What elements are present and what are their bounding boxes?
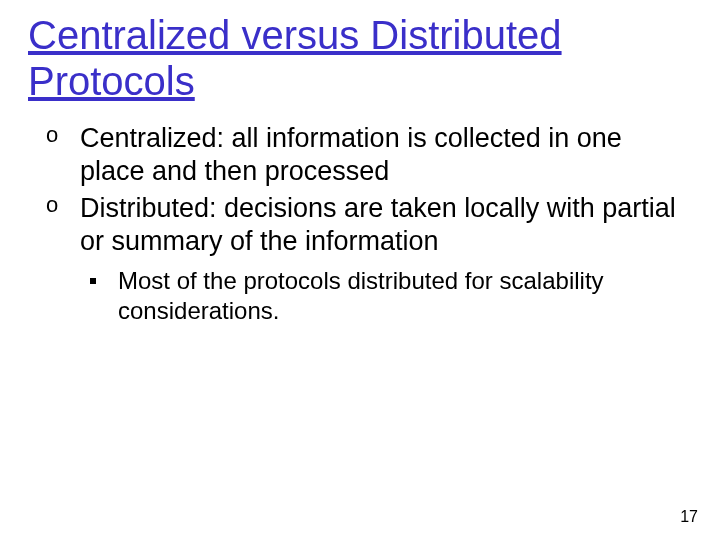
slide-title: Centralized versus Distributed Protocols [28, 12, 692, 104]
sub-bullet-item: Most of the protocols distributed for sc… [90, 266, 692, 326]
bullet-item: Distributed: decisions are taken locally… [46, 192, 692, 258]
slide: Centralized versus Distributed Protocols… [0, 0, 720, 540]
bullet-list: Centralized: all information is collecte… [46, 122, 692, 258]
bullet-item: Centralized: all information is collecte… [46, 122, 692, 188]
sub-bullet-list: Most of the protocols distributed for sc… [90, 266, 692, 326]
page-number: 17 [680, 508, 698, 526]
